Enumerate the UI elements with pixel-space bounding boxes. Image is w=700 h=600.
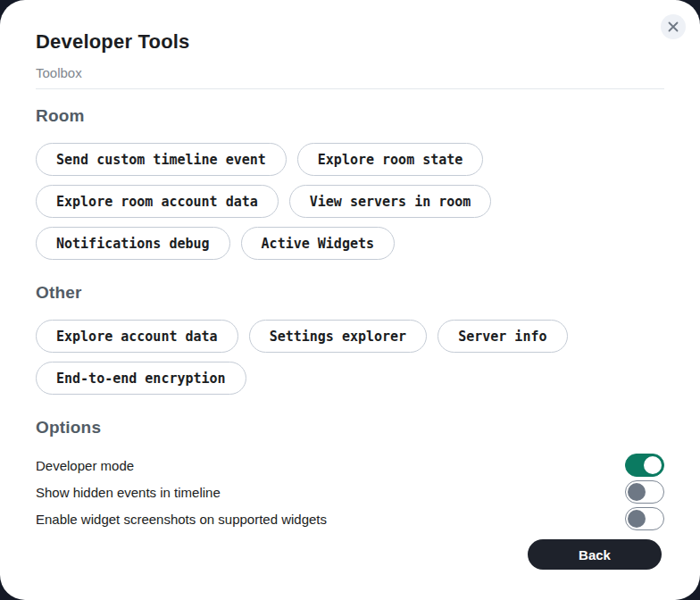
close-button[interactable] [661,14,686,39]
widget-screenshots-label: Enable widget screenshots on supported w… [36,512,327,527]
back-button[interactable]: Back [528,539,662,570]
toggle-knob [628,510,646,528]
view-servers-in-room-button[interactable]: View servers in room [289,185,492,218]
section-heading-room: Room [36,106,664,126]
settings-explorer-button[interactable]: Settings explorer [249,320,428,353]
option-row-show-hidden-events: Show hidden events in timeline [36,479,664,505]
end-to-end-encryption-button[interactable]: End-to-end encryption [36,362,246,395]
show-hidden-events-toggle[interactable] [625,480,664,504]
server-info-button[interactable]: Server info [438,320,567,353]
dialog-title: Developer Tools [36,30,664,53]
dialog-subtitle: Toolbox [36,65,664,80]
option-row-developer-mode: Developer mode [36,452,664,479]
toggle-knob [644,456,662,474]
divider [36,88,664,89]
section-heading-options: Options [36,418,664,438]
developer-mode-toggle[interactable] [625,454,664,477]
toggle-knob [628,483,646,501]
section-heading-other: Other [36,283,664,303]
developer-mode-label: Developer mode [36,458,134,473]
close-icon [668,21,679,32]
widget-screenshots-toggle[interactable] [625,507,664,530]
show-hidden-events-label: Show hidden events in timeline [36,485,221,500]
send-custom-timeline-event-button[interactable]: Send custom timeline event [36,143,287,176]
explore-room-state-button[interactable]: Explore room state [297,143,484,176]
option-row-widget-screenshots: Enable widget screenshots on supported w… [36,505,664,532]
explore-room-account-data-button[interactable]: Explore room account data [36,185,279,218]
active-widgets-button[interactable]: Active Widgets [241,227,395,260]
notifications-debug-button[interactable]: Notifications debug [36,227,230,260]
developer-tools-dialog: Developer Tools Toolbox Room Send custom… [0,0,700,600]
explore-account-data-button[interactable]: Explore account data [36,320,238,353]
